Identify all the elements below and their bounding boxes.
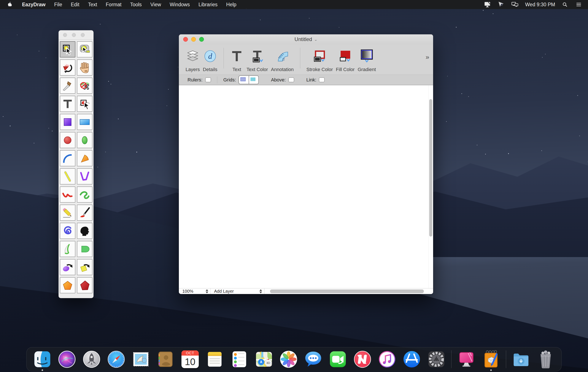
tool-pie-tool[interactable] — [77, 150, 93, 166]
close-button[interactable] — [183, 37, 188, 42]
window-title[interactable]: Untitled ⌄ — [294, 36, 317, 42]
menu-item-format[interactable]: Format — [102, 2, 126, 8]
menu-item-view[interactable]: View — [146, 2, 165, 8]
sidecar-displays-icon[interactable] — [511, 1, 519, 8]
drawing-canvas[interactable] — [179, 85, 433, 288]
tool-arc-tool[interactable] — [60, 150, 75, 166]
tool-polyline-tool[interactable] — [77, 168, 93, 184]
menu-item-help[interactable]: Help — [222, 2, 241, 8]
rulers-checkbox[interactable] — [205, 77, 211, 82]
tool-roundend-rect-tool[interactable] — [77, 241, 93, 257]
dock-item-contacts[interactable] — [156, 350, 175, 368]
dock-item-news[interactable] — [353, 350, 372, 368]
dock-item-eazydraw[interactable] — [482, 350, 500, 368]
display-icon[interactable] — [484, 1, 491, 8]
tool-measure-tool[interactable] — [77, 41, 93, 57]
tool-brush-tool[interactable] — [77, 205, 93, 221]
apple-icon — [7, 1, 13, 8]
tool-vertex-edit-tool[interactable] — [77, 96, 93, 112]
dock-item-photos[interactable] — [280, 350, 298, 368]
horizontal-scrollbar-track[interactable] — [264, 288, 433, 294]
tool-selection-tool[interactable] — [60, 41, 75, 57]
tool-rotate-square-tool[interactable] — [77, 259, 93, 275]
tool-rectangle-tool[interactable] — [77, 114, 93, 130]
tool-spiral-tool[interactable] — [60, 223, 75, 239]
menu-item-file[interactable]: File — [50, 2, 66, 8]
window-titlebar[interactable]: Untitled ⌄ — [179, 34, 433, 44]
tool-rotate-ellipse-tool[interactable] — [60, 259, 75, 275]
palette-zoom-button[interactable] — [81, 33, 85, 37]
zoom-stepper[interactable] — [206, 289, 208, 293]
toolbar-item-text-color[interactable]: Text Color — [246, 47, 268, 72]
dock-item-downloads[interactable] — [512, 350, 530, 368]
dock-item-notes[interactable] — [206, 350, 224, 368]
layer-menu-control[interactable]: Add Layer — [211, 288, 264, 294]
menu-item-libraries[interactable]: Libraries — [194, 2, 222, 8]
tool-square-tool[interactable] — [60, 114, 75, 130]
dock-item-messages[interactable] — [304, 350, 322, 368]
toolbar-item-gradient[interactable]: Gradient — [358, 47, 376, 72]
dock-item-safari[interactable] — [107, 350, 125, 368]
horizontal-scrollbar-thumb[interactable] — [270, 289, 424, 293]
dock-item-system-preferences[interactable] — [427, 350, 445, 368]
spotlight-search-icon[interactable] — [562, 1, 568, 8]
vertical-scrollbar-thumb[interactable] — [429, 99, 432, 236]
cursor-share-icon[interactable] — [497, 1, 505, 8]
tool-rotate-tool[interactable] — [60, 59, 75, 76]
tool-curve-tool[interactable] — [60, 186, 75, 203]
dock-item-siri[interactable] — [58, 350, 76, 368]
menu-item-tools[interactable]: Tools — [126, 2, 146, 8]
palette-close-button[interactable] — [63, 33, 67, 37]
toolbar-overflow-button[interactable]: » — [426, 53, 429, 61]
dock-item-cleanmymac[interactable] — [457, 350, 475, 368]
dock-item-finder[interactable] — [33, 350, 52, 368]
tool-knife-tool[interactable] — [60, 78, 75, 94]
menu-clock[interactable]: Wed 9:30 PM — [525, 2, 555, 8]
tool-line-tool[interactable] — [60, 168, 75, 184]
tool-disconnect-tool[interactable]: ⌘ — [77, 78, 93, 94]
palette-titlebar[interactable] — [59, 30, 94, 40]
tool-ellipse-tool[interactable] — [77, 132, 93, 148]
menu-item-eazydraw[interactable]: EazyDraw — [18, 2, 50, 8]
dock-item-trash[interactable] — [536, 350, 555, 368]
tool-text-tool[interactable] — [60, 96, 75, 112]
dock-item-facetime[interactable] — [329, 350, 347, 368]
link-checkbox[interactable] — [319, 77, 325, 82]
details-icon: d — [203, 47, 217, 65]
menu-item-text[interactable]: Text — [84, 2, 101, 8]
palette-minimize-button[interactable] — [72, 33, 76, 37]
zoom-control[interactable]: 100% — [179, 288, 210, 294]
above-checkbox[interactable] — [288, 77, 294, 82]
tool-bezier-tool[interactable] — [77, 186, 93, 203]
tool-polygon-tool[interactable] — [77, 277, 93, 293]
tool-image-tool[interactable] — [77, 223, 93, 239]
toolbar-item-stroke-color[interactable]: Stroke Color — [306, 47, 333, 72]
minimize-button[interactable] — [191, 37, 196, 42]
layer-stepper[interactable] — [259, 289, 262, 293]
toolbar-item-details[interactable]: dDetails — [203, 47, 217, 72]
zoom-button[interactable] — [199, 37, 204, 42]
tool-circle-tool[interactable] — [60, 132, 75, 148]
toolbar-item-text[interactable]: Text — [230, 47, 243, 72]
grid-lines-button[interactable] — [239, 76, 249, 84]
dock-item-reminders[interactable] — [230, 350, 248, 368]
tool-hand-tool[interactable] — [77, 59, 93, 76]
dock-item-mail[interactable] — [132, 350, 150, 368]
toolbar-item-annotation[interactable]: TEXTTEAnnotation — [271, 47, 294, 72]
dock-item-launchpad[interactable] — [83, 350, 101, 368]
grid-fill-button[interactable] — [249, 76, 258, 84]
dock-item-itunes[interactable] — [378, 350, 396, 368]
dock-item-calendar[interactable]: OCT10 — [181, 350, 199, 368]
toolbar-item-fill-color[interactable]: Fill Color — [336, 47, 355, 72]
dock-item-app-store[interactable] — [403, 350, 421, 368]
vertical-scrollbar-track[interactable] — [428, 85, 433, 288]
tool-blade-shape-tool[interactable] — [60, 241, 75, 257]
tool-pentagon-tool[interactable] — [60, 277, 75, 293]
toolbar-item-layers[interactable]: Layers — [186, 47, 200, 72]
dock-item-maps[interactable]: 3D — [255, 350, 273, 368]
apple-menu[interactable] — [0, 1, 18, 8]
menu-item-edit[interactable]: Edit — [66, 2, 84, 8]
menu-item-windows[interactable]: Windows — [166, 2, 194, 8]
tool-pencil-tool[interactable] — [60, 205, 75, 221]
notification-center-icon[interactable] — [576, 1, 582, 8]
